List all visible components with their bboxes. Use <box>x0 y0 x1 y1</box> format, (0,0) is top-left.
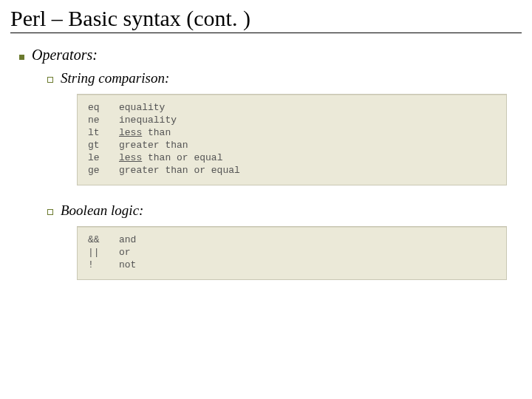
page-title: Perl – Basic syntax (cont. ) <box>10 6 522 33</box>
bullet-icon <box>47 209 53 215</box>
table-row: ! not <box>88 259 140 272</box>
table-row: le less than or equal <box>88 152 245 165</box>
table-row: eq equality <box>88 102 245 115</box>
list-item: Operators: <box>19 47 522 64</box>
desc-cell: greater than <box>119 140 245 152</box>
op-cell: le <box>88 152 119 165</box>
operator-table: eq equality ne inequality lt less than g… <box>88 102 245 177</box>
desc-cell: less than <box>119 127 245 140</box>
subsection-boolean-logic: Boolean logic: <box>47 202 522 219</box>
desc-cell: equality <box>119 102 245 115</box>
code-box-boolean-logic: && and || or ! not <box>77 226 507 280</box>
operator-table: && and || or ! not <box>88 234 140 272</box>
section-label: Operators: <box>32 47 98 64</box>
table-row: ge greater than or equal <box>88 165 245 177</box>
op-cell: ge <box>88 165 119 177</box>
desc-cell: less than or equal <box>119 152 245 165</box>
subsection-label: Boolean logic: <box>61 202 143 219</box>
bullet-icon <box>19 55 24 60</box>
op-cell: ! <box>88 259 119 272</box>
slide: Perl – Basic syntax (cont. ) Operators: … <box>0 0 532 399</box>
desc-cell: and <box>119 234 140 247</box>
op-cell: ne <box>88 115 119 127</box>
table-row: && and <box>88 234 140 247</box>
section-operators: Operators: String comparison: eq equalit… <box>19 47 522 280</box>
subsection-label: String comparison: <box>61 70 169 86</box>
list-item: Boolean logic: <box>47 202 522 219</box>
desc-cell: or <box>119 247 140 259</box>
table-row: ne inequality <box>88 115 245 127</box>
op-cell: lt <box>88 127 119 140</box>
subsection-string-comparison: String comparison: <box>47 69 522 86</box>
desc-cell: not <box>119 259 140 272</box>
bullet-icon <box>47 77 53 83</box>
desc-cell: inequality <box>119 115 245 127</box>
op-cell: && <box>88 234 119 247</box>
table-row: || or <box>88 247 140 259</box>
op-cell: || <box>88 247 119 259</box>
table-row: gt greater than <box>88 140 245 152</box>
op-cell: eq <box>88 102 119 115</box>
code-box-string-comparison: eq equality ne inequality lt less than g… <box>77 94 507 185</box>
op-cell: gt <box>88 140 119 152</box>
table-row: lt less than <box>88 127 245 140</box>
list-item: String comparison: <box>47 69 522 86</box>
desc-cell: greater than or equal <box>119 165 245 177</box>
